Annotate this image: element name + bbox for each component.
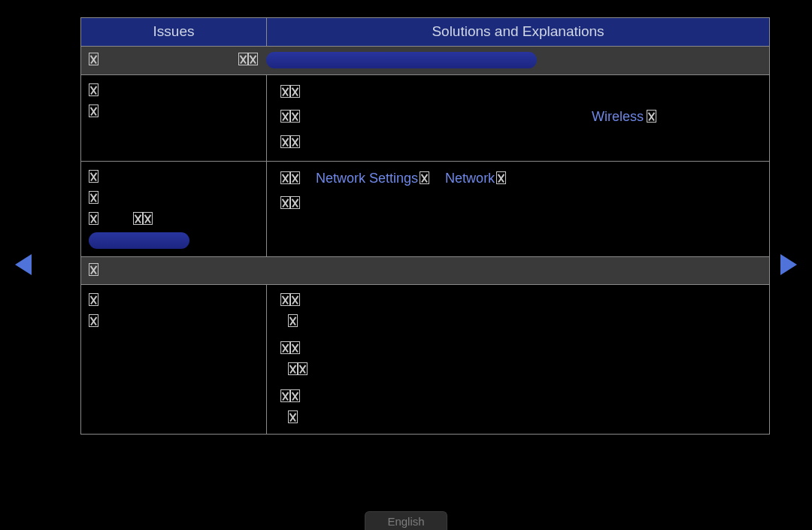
placeholder-glyph bbox=[143, 212, 153, 225]
placeholder-glyph bbox=[288, 362, 298, 375]
placeholder-glyph bbox=[280, 110, 290, 123]
placeholder-glyph bbox=[280, 196, 290, 209]
placeholder-glyph bbox=[647, 110, 656, 123]
troubleshoot-table: Issues Solutions and Explanations Wirele… bbox=[80, 17, 770, 435]
placeholder-glyph bbox=[89, 170, 98, 183]
placeholder-glyph bbox=[290, 389, 300, 402]
placeholder-glyph bbox=[290, 341, 300, 354]
wireless-link[interactable]: Wireless bbox=[592, 109, 644, 124]
placeholder-glyph bbox=[89, 53, 98, 65]
issue-cell bbox=[81, 162, 267, 257]
placeholder-glyph bbox=[248, 53, 258, 65]
table-row bbox=[81, 285, 769, 434]
triangle-right-icon bbox=[780, 254, 797, 275]
placeholder-glyph bbox=[290, 85, 300, 98]
placeholder-glyph bbox=[238, 53, 248, 65]
placeholder-glyph bbox=[89, 212, 98, 225]
placeholder-glyph bbox=[290, 293, 300, 306]
placeholder-glyph bbox=[89, 191, 98, 204]
solution-cell: Wireless bbox=[267, 75, 769, 162]
highlight-pill bbox=[266, 52, 537, 68]
placeholder-glyph bbox=[280, 171, 290, 184]
placeholder-glyph bbox=[89, 263, 98, 276]
placeholder-glyph bbox=[420, 171, 429, 184]
language-indicator[interactable]: English bbox=[365, 511, 447, 530]
svg-marker-1 bbox=[780, 254, 797, 275]
placeholder-glyph bbox=[288, 410, 298, 423]
table-row: Wireless bbox=[81, 75, 769, 162]
issue-cell bbox=[81, 75, 267, 162]
placeholder-glyph bbox=[290, 196, 300, 209]
section-banner-1 bbox=[81, 47, 769, 75]
issue-cell bbox=[81, 285, 267, 434]
placeholder-glyph bbox=[89, 314, 98, 327]
network-settings-link[interactable]: Network Settings bbox=[316, 171, 418, 186]
table-row: Network Settings Network bbox=[81, 162, 769, 257]
placeholder-glyph bbox=[280, 389, 290, 402]
svg-marker-0 bbox=[15, 254, 32, 275]
placeholder-glyph bbox=[280, 85, 290, 98]
placeholder-glyph bbox=[298, 362, 308, 375]
next-page-arrow[interactable] bbox=[780, 254, 797, 275]
header-issues: Issues bbox=[81, 18, 267, 47]
placeholder-glyph bbox=[280, 341, 290, 354]
placeholder-glyph bbox=[89, 83, 98, 96]
placeholder-glyph bbox=[89, 104, 98, 117]
table-header-row: Issues Solutions and Explanations bbox=[81, 18, 769, 47]
placeholder-glyph bbox=[133, 212, 143, 225]
triangle-left-icon bbox=[15, 254, 32, 275]
placeholder-glyph bbox=[280, 135, 290, 148]
header-solutions: Solutions and Explanations bbox=[267, 18, 769, 47]
placeholder-glyph bbox=[290, 171, 300, 184]
placeholder-glyph bbox=[496, 171, 506, 184]
solution-cell bbox=[267, 285, 769, 434]
placeholder-glyph bbox=[89, 293, 98, 306]
network-link[interactable]: Network bbox=[445, 171, 495, 186]
solution-cell: Network Settings Network bbox=[267, 162, 769, 257]
highlight-pill bbox=[89, 232, 189, 249]
placeholder-glyph bbox=[280, 293, 290, 306]
prev-page-arrow[interactable] bbox=[15, 254, 32, 275]
placeholder-glyph bbox=[290, 135, 300, 148]
placeholder-glyph bbox=[288, 314, 298, 327]
section-banner-2 bbox=[81, 257, 769, 285]
placeholder-glyph bbox=[290, 110, 300, 123]
